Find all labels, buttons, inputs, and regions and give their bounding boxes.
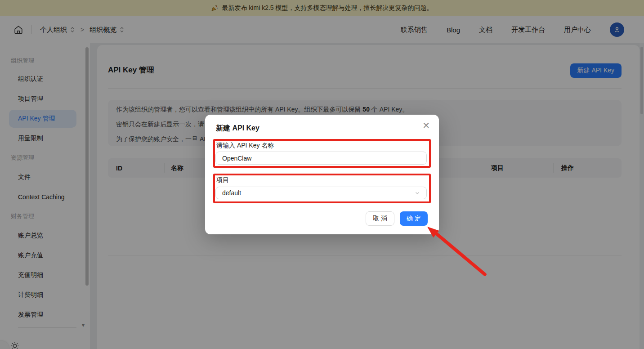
cancel-button[interactable]: 取 消 [366,211,394,226]
modal-title: 新建 API Key [216,124,259,133]
close-icon[interactable]: ✕ [422,121,430,130]
api-key-name-label: 请输入 API Key 名称 [216,142,274,150]
create-api-key-modal: 新建 API Key ✕ 请输入 API Key 名称 项目 default 取… [205,115,439,234]
chevron-down-icon [415,190,420,196]
page: 最新发布 kimi k2.5 模型，支持多模态理解与处理，擅长解决更复杂的问题。… [0,0,644,349]
project-select-value: default [222,189,241,197]
api-key-name-input[interactable] [215,152,427,165]
modal-footer: 取 消 确 定 [366,211,428,226]
project-label: 项目 [216,176,229,184]
project-select[interactable]: default [215,187,427,199]
confirm-button[interactable]: 确 定 [400,211,428,226]
